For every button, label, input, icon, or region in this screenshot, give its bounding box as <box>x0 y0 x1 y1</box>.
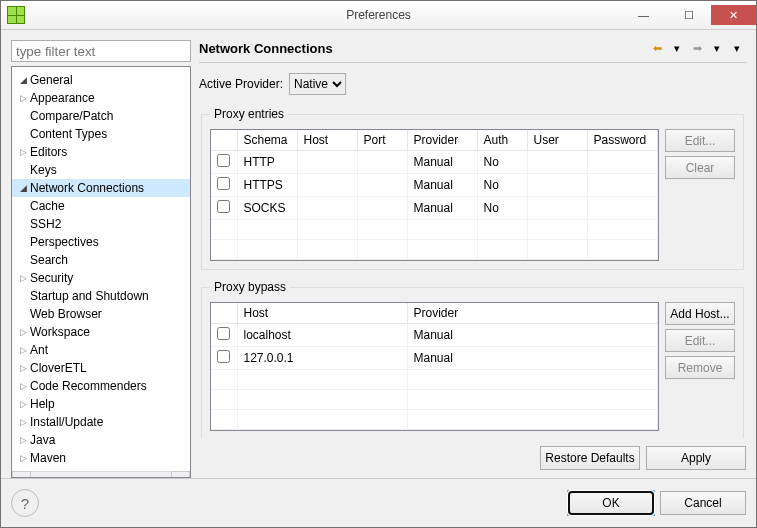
chevron-down-icon[interactable]: ◢ <box>16 73 30 87</box>
chevron-right-icon[interactable]: ▷ <box>16 415 30 429</box>
table-cell <box>297 151 357 174</box>
scroll-right-icon[interactable]: ▶ <box>171 471 190 478</box>
tree-spacer <box>16 127 30 141</box>
column-header[interactable]: Provider <box>407 303 658 324</box>
chevron-right-icon[interactable]: ▷ <box>16 397 30 411</box>
proxy-edit-button[interactable]: Edit... <box>665 129 735 152</box>
proxy-clear-button[interactable]: Clear <box>665 156 735 179</box>
chevron-right-icon[interactable]: ▷ <box>16 433 30 447</box>
chevron-right-icon[interactable]: ▷ <box>16 91 30 105</box>
tree-node[interactable]: Perspectives <box>12 233 190 251</box>
table-row[interactable]: 127.0.0.1Manual <box>211 347 658 370</box>
tree-node[interactable]: Keys <box>12 161 190 179</box>
scroll-left-icon[interactable]: ◀ <box>12 471 31 478</box>
table-cell: Manual <box>407 174 477 197</box>
table-row[interactable]: HTTPManualNo <box>211 151 658 174</box>
forward-menu-icon[interactable]: ▾ <box>708 40 726 56</box>
horizontal-scrollbar[interactable]: ◀ ▶ <box>12 471 190 478</box>
column-header[interactable]: Host <box>297 130 357 151</box>
active-provider-select[interactable]: Native <box>289 73 346 95</box>
proxy-bypass-table[interactable]: HostProviderlocalhostManual127.0.0.1Manu… <box>210 302 659 431</box>
tree-node[interactable]: ▷Code Recommenders <box>12 377 190 395</box>
row-checkbox[interactable] <box>217 327 230 340</box>
table-row[interactable]: HTTPSManualNo <box>211 174 658 197</box>
back-menu-icon[interactable]: ▾ <box>668 40 686 56</box>
tree-node[interactable]: ▷Appearance <box>12 89 190 107</box>
row-checkbox[interactable] <box>217 154 230 167</box>
tree-node[interactable]: ▷CloverETL <box>12 359 190 377</box>
tree-node[interactable]: Startup and Shutdown <box>12 287 190 305</box>
chevron-right-icon[interactable]: ▷ <box>16 379 30 393</box>
column-header[interactable]: Port <box>357 130 407 151</box>
chevron-right-icon[interactable]: ▷ <box>16 271 30 285</box>
row-checkbox[interactable] <box>217 200 230 213</box>
forward-icon[interactable]: ➡ <box>688 40 706 56</box>
active-provider-row: Active Provider: Native <box>199 73 746 95</box>
row-checkbox[interactable] <box>217 177 230 190</box>
tree-node-label: Help <box>30 397 55 411</box>
close-button[interactable]: ✕ <box>711 5 756 25</box>
chevron-right-icon[interactable]: ▷ <box>16 343 30 357</box>
tree-node[interactable]: ▷Editors <box>12 143 190 161</box>
page-footer-actions: Restore Defaults Apply <box>199 438 746 478</box>
table-cell <box>357 174 407 197</box>
tree-node[interactable]: SSH2 <box>12 215 190 233</box>
chevron-right-icon[interactable]: ▷ <box>16 325 30 339</box>
tree-node[interactable]: ▷Maven <box>12 449 190 467</box>
column-header[interactable]: Auth <box>477 130 527 151</box>
tree-node-label: General <box>30 73 73 87</box>
tree-node[interactable]: Content Types <box>12 125 190 143</box>
proxy-bypass-group: Proxy bypass HostProviderlocalhostManual… <box>201 280 744 438</box>
tree-node[interactable]: ▷Java <box>12 431 190 449</box>
window-controls: — ☐ ✕ <box>621 5 756 25</box>
tree-node-label: Perspectives <box>30 235 99 249</box>
tree-node[interactable]: Compare/Patch <box>12 107 190 125</box>
cancel-button[interactable]: Cancel <box>660 491 746 515</box>
tree-node[interactable]: ▷Help <box>12 395 190 413</box>
column-header[interactable]: Password <box>587 130 658 151</box>
tree-node[interactable]: ◢Network Connections <box>12 179 190 197</box>
column-header[interactable]: User <box>527 130 587 151</box>
table-cell <box>357 197 407 220</box>
table-cell: 127.0.0.1 <box>237 347 407 370</box>
tree-node[interactable]: ▷Ant <box>12 341 190 359</box>
page-title: Network Connections <box>199 41 648 56</box>
preference-tree[interactable]: ◢General▷AppearanceCompare/PatchContent … <box>11 66 191 478</box>
table-cell: localhost <box>237 324 407 347</box>
minimize-button[interactable]: — <box>621 5 666 25</box>
tree-node[interactable]: ▷Workspace <box>12 323 190 341</box>
chevron-right-icon[interactable]: ▷ <box>16 145 30 159</box>
column-header[interactable]: Provider <box>407 130 477 151</box>
tree-spacer <box>16 199 30 213</box>
tree-node[interactable]: ▷Security <box>12 269 190 287</box>
back-icon[interactable]: ⬅ <box>648 40 666 56</box>
proxy-entries-table[interactable]: SchemaHostPortProviderAuthUserPasswordHT… <box>210 129 659 261</box>
tree-node[interactable]: Web Browser <box>12 305 190 323</box>
apply-button[interactable]: Apply <box>646 446 746 470</box>
column-header[interactable]: Schema <box>237 130 297 151</box>
chevron-right-icon[interactable]: ▷ <box>16 451 30 465</box>
tree-node[interactable]: ▷Install/Update <box>12 413 190 431</box>
table-cell: Manual <box>407 197 477 220</box>
active-provider-label: Active Provider: <box>199 77 283 91</box>
tree-node[interactable]: Cache <box>12 197 190 215</box>
table-cell <box>357 151 407 174</box>
filter-input[interactable] <box>11 40 191 62</box>
chevron-right-icon[interactable]: ▷ <box>16 361 30 375</box>
chevron-down-icon[interactable]: ◢ <box>16 181 30 195</box>
table-row[interactable]: SOCKSManualNo <box>211 197 658 220</box>
maximize-button[interactable]: ☐ <box>666 5 711 25</box>
column-header[interactable]: Host <box>237 303 407 324</box>
tree-node[interactable]: ◢General <box>12 71 190 89</box>
tree-spacer <box>16 217 30 231</box>
ok-button[interactable]: OK <box>568 491 654 515</box>
view-menu-icon[interactable]: ▾ <box>728 40 746 56</box>
row-checkbox[interactable] <box>217 350 230 363</box>
bypass-edit-button[interactable]: Edit... <box>665 329 735 352</box>
bypass-remove-button[interactable]: Remove <box>665 356 735 379</box>
tree-node[interactable]: Search <box>12 251 190 269</box>
help-icon[interactable]: ? <box>11 489 39 517</box>
table-row[interactable]: localhostManual <box>211 324 658 347</box>
bypass-add-button[interactable]: Add Host... <box>665 302 735 325</box>
restore-defaults-button[interactable]: Restore Defaults <box>540 446 640 470</box>
